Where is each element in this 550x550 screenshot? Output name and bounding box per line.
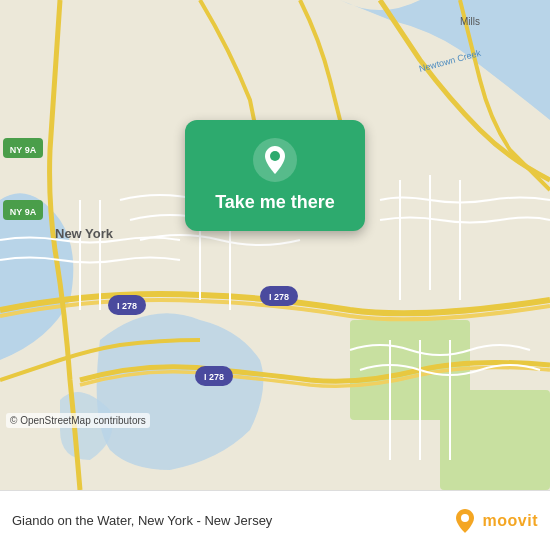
svg-text:I 278: I 278 xyxy=(269,292,289,302)
bottom-bar: Giando on the Water, New York - New Jers… xyxy=(0,490,550,550)
svg-rect-2 xyxy=(440,390,550,490)
svg-text:Mills: Mills xyxy=(460,16,480,27)
moovit-logo: moovit xyxy=(451,507,538,535)
map-container: NY 9A NY 9A I 278 I 278 I 278 New York M… xyxy=(0,0,550,490)
svg-point-18 xyxy=(461,514,469,522)
svg-point-17 xyxy=(270,151,280,161)
svg-text:NY 9A: NY 9A xyxy=(10,145,37,155)
location-pin-icon xyxy=(253,138,297,182)
moovit-pin-icon xyxy=(451,507,479,535)
take-me-there-button[interactable]: Take me there xyxy=(185,120,365,231)
cta-label: Take me there xyxy=(215,192,335,213)
copyright-text: © OpenStreetMap contributors xyxy=(6,413,150,428)
svg-text:New York: New York xyxy=(55,226,114,241)
svg-text:I 278: I 278 xyxy=(117,301,137,311)
moovit-brand-label: moovit xyxy=(483,512,538,530)
location-label: Giando on the Water, New York - New Jers… xyxy=(12,513,443,528)
svg-text:I 278: I 278 xyxy=(204,372,224,382)
svg-text:NY 9A: NY 9A xyxy=(10,207,37,217)
